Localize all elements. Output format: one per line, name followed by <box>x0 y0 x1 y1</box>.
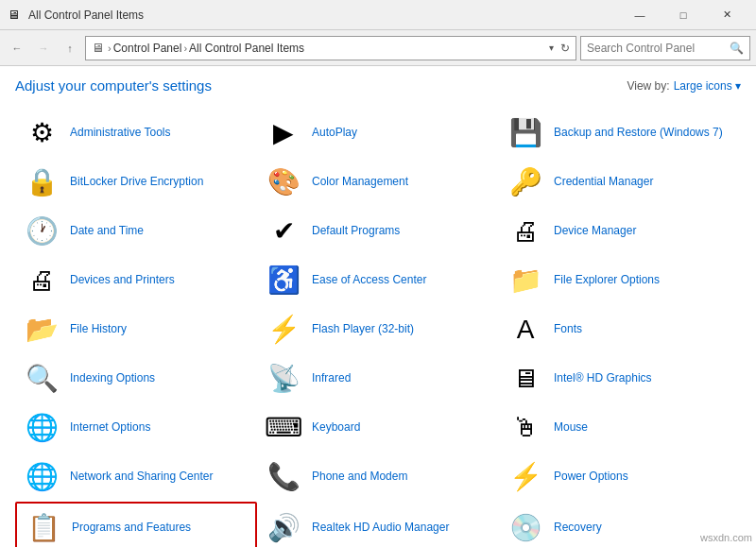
list-item[interactable]: 📁 File Explorer Options <box>499 256 741 305</box>
search-input[interactable] <box>587 42 730 55</box>
list-item[interactable]: 🔒 BitLocker Drive Encryption <box>15 158 257 207</box>
item-label: Intel® HD Graphics <box>554 371 652 386</box>
list-item[interactable]: 🖨 Devices and Printers <box>15 256 257 305</box>
titlebar-controls: — □ ✕ <box>618 0 748 30</box>
item-label: Ease of Access Center <box>312 273 426 288</box>
item-icon: 🌐 <box>23 409 60 447</box>
content-panel: Adjust your computer's settings View by:… <box>0 66 756 547</box>
list-item[interactable]: ⚙ Administrative Tools <box>15 109 257 158</box>
item-label: Power Options <box>554 470 628 485</box>
breadcrumb-all-items[interactable]: All Control Panel Items <box>189 42 304 55</box>
item-icon: A <box>507 311 544 349</box>
item-icon: 🎨 <box>265 163 302 201</box>
list-item[interactable]: 📡 Infrared <box>257 354 499 403</box>
item-icon: 💿 <box>507 509 544 547</box>
item-label: Default Programs <box>312 224 400 239</box>
item-icon: 📂 <box>23 311 60 349</box>
maximize-button[interactable]: □ <box>662 0 705 30</box>
search-box[interactable]: 🔍 <box>580 36 750 60</box>
item-label: Backup and Restore (Windows 7) <box>554 126 723 141</box>
list-item[interactable]: 🖥 Intel® HD Graphics <box>499 354 741 403</box>
item-label: Device Manager <box>554 224 636 239</box>
list-item[interactable]: ✔ Default Programs <box>257 207 499 256</box>
item-label: Realtek HD Audio Manager <box>312 521 449 536</box>
up-button[interactable]: ↑ <box>59 37 81 60</box>
item-label: Fonts <box>554 322 582 337</box>
item-icon: 📋 <box>25 509 62 547</box>
list-item[interactable]: 📞 Phone and Modem <box>257 453 499 502</box>
list-item[interactable]: 📋 Programs and Features <box>15 502 257 547</box>
item-label: File Explorer Options <box>554 273 660 288</box>
titlebar: 🖥 All Control Panel Items — □ ✕ <box>0 0 756 30</box>
item-icon: 🔒 <box>23 163 60 201</box>
item-label: Date and Time <box>70 224 144 239</box>
item-icon: ⚙ <box>23 114 60 152</box>
item-label: Internet Options <box>70 420 150 436</box>
item-icon: 📡 <box>265 360 302 398</box>
list-item[interactable]: ♿ Ease of Access Center <box>257 256 499 305</box>
item-label: BitLocker Drive Encryption <box>70 175 203 190</box>
list-item[interactable]: 🖨 Device Manager <box>499 207 741 256</box>
list-item[interactable]: ⚡ Flash Player (32-bit) <box>257 305 499 354</box>
item-icon: ⚡ <box>507 458 544 496</box>
list-item[interactable]: ▶ AutoPlay <box>257 109 499 158</box>
item-label: Indexing Options <box>70 371 155 386</box>
list-item[interactable]: ⌨ Keyboard <box>257 403 499 453</box>
item-icon: ✔ <box>265 213 302 250</box>
list-item[interactable]: 🎨 Color Management <box>257 158 499 207</box>
item-icon: 🌐 <box>23 458 60 496</box>
item-icon: ⚡ <box>265 311 302 349</box>
item-label: Mouse <box>554 420 588 436</box>
list-item[interactable]: 🔍 Indexing Options <box>15 354 257 403</box>
item-icon: ♿ <box>265 262 302 299</box>
list-item[interactable]: ⚡ Power Options <box>499 453 741 502</box>
item-label: Keyboard <box>312 420 360 436</box>
item-icon: 🖱 <box>507 409 544 447</box>
item-icon: ▶ <box>265 114 302 152</box>
list-item[interactable]: 💿 Recovery <box>499 502 741 547</box>
item-icon: 🔊 <box>265 509 302 547</box>
minimize-button[interactable]: — <box>618 0 662 30</box>
list-item[interactable]: 🔑 Credential Manager <box>499 158 741 207</box>
item-icon: 🕐 <box>23 213 60 250</box>
addressbar: ← → ↑ 🖥 › Control Panel › All Control Pa… <box>0 30 756 66</box>
list-item[interactable]: 🌐 Network and Sharing Center <box>15 453 257 502</box>
address-box[interactable]: 🖥 › Control Panel › All Control Panel It… <box>85 36 576 60</box>
breadcrumb-control-panel[interactable]: Control Panel <box>113 42 182 55</box>
page-heading: Adjust your computer's settings <box>15 77 212 94</box>
item-label: Color Management <box>312 175 408 190</box>
breadcrumb-icon: 🖥 <box>92 41 104 55</box>
top-row: Adjust your computer's settings View by:… <box>15 77 741 94</box>
back-button[interactable]: ← <box>6 37 28 60</box>
view-by-dropdown[interactable]: Large icons ▾ <box>674 79 741 93</box>
titlebar-icon: 🖥 <box>8 8 23 23</box>
list-item[interactable]: 🌐 Internet Options <box>15 403 257 453</box>
list-item[interactable]: 🖱 Mouse <box>499 403 741 453</box>
forward-button[interactable]: → <box>32 37 55 60</box>
item-label: Administrative Tools <box>70 126 171 141</box>
item-icon: ⌨ <box>265 409 302 447</box>
close-button[interactable]: ✕ <box>705 0 748 30</box>
item-label: File History <box>70 322 127 337</box>
main-area: Adjust your computer's settings View by:… <box>0 66 756 547</box>
item-icon: 📞 <box>265 458 302 496</box>
item-label: AutoPlay <box>312 126 357 141</box>
item-icon: 🔍 <box>23 360 60 398</box>
item-label: Phone and Modem <box>312 470 407 485</box>
list-item[interactable]: A Fonts <box>499 305 741 354</box>
titlebar-title: All Control Panel Items <box>28 9 618 22</box>
list-item[interactable]: 🔊 Realtek HD Audio Manager <box>257 502 499 547</box>
item-label: Infrared <box>312 371 351 386</box>
items-grid: ⚙ Administrative Tools ▶ AutoPlay 💾 Back… <box>15 109 741 547</box>
item-label: Credential Manager <box>554 175 653 190</box>
refresh-button[interactable]: ↻ <box>560 42 570 55</box>
search-icon: 🔍 <box>730 42 744 55</box>
list-item[interactable]: 📂 File History <box>15 305 257 354</box>
item-icon: 💾 <box>507 114 544 152</box>
list-item[interactable]: 💾 Backup and Restore (Windows 7) <box>499 109 741 158</box>
view-by-control: View by: Large icons ▾ <box>627 79 741 93</box>
list-item[interactable]: 🕐 Date and Time <box>15 207 257 256</box>
address-dropdown-icon[interactable]: ▾ <box>546 43 557 53</box>
address-path: › Control Panel › All Control Panel Item… <box>108 42 304 55</box>
item-label: Recovery <box>554 521 602 536</box>
